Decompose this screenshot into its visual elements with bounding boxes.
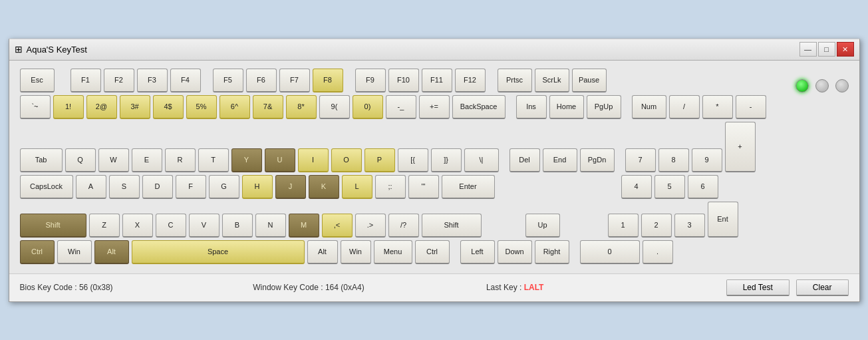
key-rshift[interactable]: Shift	[422, 214, 482, 238]
key-num3[interactable]: 3	[674, 214, 705, 238]
key-j[interactable]: J	[275, 175, 306, 199]
key-num7[interactable]: 7	[625, 148, 656, 172]
key-pgup[interactable]: PgUp	[587, 95, 621, 119]
key-z[interactable]: Z	[89, 214, 120, 238]
key-f6[interactable]: F6	[246, 69, 277, 92]
key-5[interactable]: 5%	[186, 95, 217, 119]
key-num8[interactable]: 8	[658, 148, 689, 172]
maximize-button[interactable]: □	[818, 42, 835, 57]
key-f8[interactable]: F8	[313, 69, 343, 92]
key-num5[interactable]: 5	[654, 175, 685, 199]
key-8[interactable]: 8*	[286, 95, 317, 119]
key-scrlk[interactable]: ScrLk	[535, 69, 569, 92]
key-f2[interactable]: F2	[104, 69, 134, 92]
key-numminus[interactable]: -	[736, 95, 766, 119]
key-capslock[interactable]: CapsLock	[20, 175, 73, 199]
key-e[interactable]: E	[132, 148, 162, 172]
key-right[interactable]: Right	[535, 240, 569, 264]
key-slash[interactable]: /?	[388, 214, 419, 238]
close-button[interactable]: ✕	[837, 42, 854, 57]
key-esc[interactable]: Esc	[20, 69, 55, 92]
minimize-button[interactable]: —	[799, 42, 817, 57]
key-num2[interactable]: 2	[641, 214, 672, 238]
key-p[interactable]: P	[364, 148, 395, 172]
key-enter[interactable]: Enter	[442, 175, 495, 199]
key-g[interactable]: G	[209, 175, 239, 199]
key-backtick[interactable]: `~	[20, 95, 51, 119]
key-lbracket[interactable]: [{	[398, 148, 428, 172]
key-f[interactable]: F	[176, 175, 206, 199]
key-numplus[interactable]: +	[725, 122, 756, 172]
key-lshift[interactable]: Shift	[20, 214, 86, 238]
key-minus[interactable]: -_	[386, 95, 416, 119]
key-i[interactable]: I	[298, 148, 329, 172]
key-del[interactable]: Del	[509, 148, 540, 172]
key-f5[interactable]: F5	[213, 69, 243, 92]
key-num6[interactable]: 6	[688, 175, 718, 199]
key-down[interactable]: Down	[498, 240, 532, 264]
key-f9[interactable]: F9	[355, 69, 386, 92]
key-y[interactable]: Y	[231, 148, 262, 172]
key-7[interactable]: 7&	[253, 95, 283, 119]
key-9[interactable]: 9(	[319, 95, 350, 119]
key-2[interactable]: 2@	[86, 95, 117, 119]
key-v[interactable]: V	[189, 214, 219, 238]
key-0[interactable]: 0)	[353, 95, 383, 119]
key-r[interactable]: R	[165, 148, 196, 172]
key-menu[interactable]: Menu	[374, 240, 412, 264]
key-lctrl[interactable]: Ctrl	[20, 240, 55, 264]
key-rbracket[interactable]: ]}	[431, 148, 462, 172]
key-num1[interactable]: 1	[608, 214, 639, 238]
key-nummul[interactable]: *	[702, 95, 733, 119]
key-pgdn[interactable]: PgDn	[580, 148, 615, 172]
key-rwin[interactable]: Win	[341, 240, 371, 264]
key-lalt[interactable]: Alt	[94, 240, 129, 264]
key-f4[interactable]: F4	[170, 69, 201, 92]
key-f1[interactable]: F1	[71, 69, 101, 92]
key-d[interactable]: D	[142, 175, 173, 199]
key-k[interactable]: K	[309, 175, 339, 199]
key-f10[interactable]: F10	[388, 69, 419, 92]
key-lwin[interactable]: Win	[57, 240, 92, 264]
key-tab[interactable]: Tab	[20, 148, 63, 172]
key-numdot[interactable]: .	[643, 240, 673, 264]
key-o[interactable]: O	[331, 148, 362, 172]
key-home[interactable]: Home	[549, 95, 584, 119]
key-c[interactable]: C	[156, 214, 186, 238]
clear-button[interactable]: Clear	[796, 279, 849, 296]
key-comma[interactable]: ,<	[322, 214, 353, 238]
key-left[interactable]: Left	[460, 240, 495, 264]
key-backslash[interactable]: \|	[464, 148, 499, 172]
key-semicolon[interactable]: ;:	[375, 175, 406, 199]
key-num0[interactable]: 0	[580, 240, 640, 264]
key-quote[interactable]: '"	[408, 175, 439, 199]
key-pause[interactable]: Pause	[572, 69, 607, 92]
key-3[interactable]: 3#	[120, 95, 150, 119]
key-s[interactable]: S	[109, 175, 140, 199]
key-x[interactable]: X	[122, 214, 153, 238]
key-up[interactable]: Up	[525, 214, 560, 238]
key-h[interactable]: H	[242, 175, 273, 199]
key-1[interactable]: 1!	[53, 95, 84, 119]
key-backspace[interactable]: BackSpace	[452, 95, 506, 119]
key-f3[interactable]: F3	[137, 69, 168, 92]
key-u[interactable]: U	[265, 148, 295, 172]
key-f12[interactable]: F12	[455, 69, 486, 92]
key-n[interactable]: N	[255, 214, 286, 238]
key-t[interactable]: T	[198, 148, 229, 172]
key-b[interactable]: B	[222, 214, 253, 238]
key-m[interactable]: M	[289, 214, 319, 238]
key-rctrl[interactable]: Ctrl	[415, 240, 450, 264]
key-equals[interactable]: +=	[419, 95, 450, 119]
key-num[interactable]: Num	[632, 95, 666, 119]
key-q[interactable]: Q	[65, 148, 96, 172]
key-6[interactable]: 6^	[219, 95, 250, 119]
key-ins[interactable]: Ins	[516, 95, 547, 119]
key-num9[interactable]: 9	[692, 148, 722, 172]
key-num4[interactable]: 4	[621, 175, 652, 199]
key-numdiv[interactable]: /	[669, 95, 700, 119]
key-a[interactable]: A	[76, 175, 106, 199]
led-test-button[interactable]: Led Test	[726, 279, 790, 296]
key-ralt[interactable]: Alt	[307, 240, 338, 264]
key-prtsc[interactable]: Prtsc	[498, 69, 532, 92]
